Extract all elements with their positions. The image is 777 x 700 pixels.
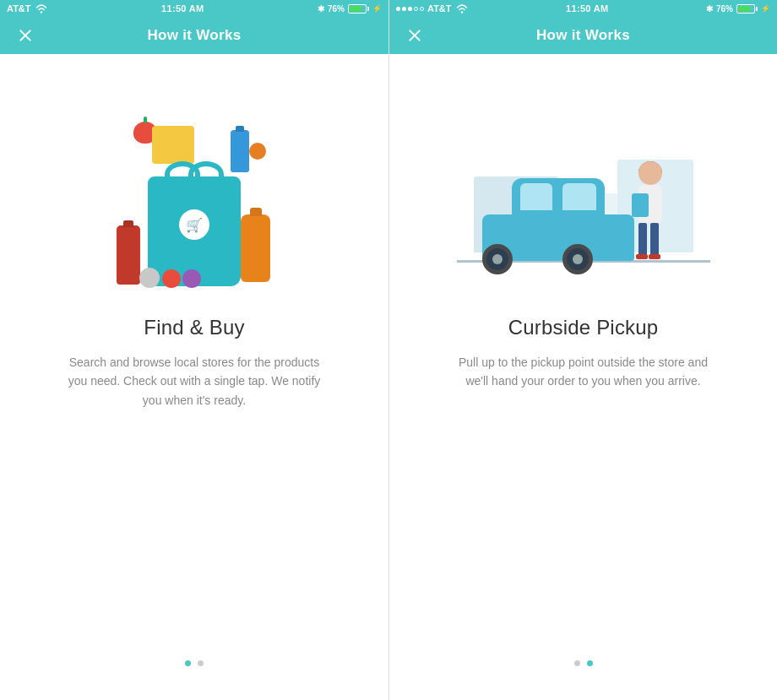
sig-dot-2 [402,7,406,11]
blue-bottle-prop [231,130,249,172]
left-phone-panel: AT&T 11:50 AM ✱ 76% ⚡ How it Works [0,0,388,700]
status-left-left: AT&T [7,3,48,14]
card-description-left: Search and browse local stores for the p… [68,353,321,410]
wifi-icon-right [455,3,469,14]
wheel-rear [482,244,513,274]
right-phone-panel: AT&T 11:50 AM ✱ 76% ⚡ How it Works [388,0,777,700]
card-title-right: Curbside Pickup [508,316,659,339]
nav-title-right: How it Works [536,27,630,44]
person-leg-left [638,223,647,257]
sig-dot-4 [414,7,418,11]
nav-title-left: How it Works [148,27,242,44]
dot-1-right[interactable] [574,660,580,666]
carrier-right: AT&T [427,3,452,14]
sig-dot-5 [420,7,424,11]
person-shoe-right [649,254,660,259]
dot-2-left[interactable] [198,660,204,666]
yellow-box-prop [152,126,194,164]
nav-bar-right: How it Works [389,17,777,54]
person-leg-right [650,223,659,257]
time-right: 11:50 AM [566,3,608,14]
grocery-scene [101,92,287,303]
bluetooth-icon-right: ✱ [706,4,713,14]
grocery-illustration [25,79,363,316]
car-window-front [562,183,596,210]
time-left: 11:50 AM [161,3,204,14]
sig-dot-3 [408,7,412,11]
status-bar-left: AT&T 11:50 AM ✱ 76% ⚡ [0,0,388,17]
charging-bolt-right: ⚡ [761,4,770,13]
can1-prop [139,268,160,288]
car-window-rear [520,183,552,210]
dot-2-right[interactable] [587,660,593,666]
nav-bar-left: How it Works [0,17,388,54]
svg-point-1 [460,11,462,13]
wifi-icon-left [35,3,48,14]
close-button-right[interactable] [403,24,427,47]
signal-dots-right [396,7,424,11]
svg-point-0 [40,11,41,13]
battery-icon-left [348,4,369,14]
status-left-right: AT&T [396,3,469,14]
status-right-right: ✱ 76% ⚡ [706,4,770,14]
status-bar-right: AT&T 11:50 AM ✱ 76% ⚡ [389,0,777,17]
cart-icon [179,209,209,240]
page-dots-right [574,660,593,683]
battery-icon-right [736,4,758,14]
charging-bolt-left: ⚡ [372,4,382,13]
can2-prop [162,269,181,288]
person-head [638,161,662,185]
battery-percent-right: 76% [716,4,733,14]
person [632,161,670,263]
orange-small-prop [249,143,266,160]
person-shoe-left [636,254,648,259]
wheel-front [562,244,593,274]
curbside-illustration [415,79,752,316]
bluetooth-icon-left: ✱ [318,4,324,14]
status-right-left: ✱ 76% ⚡ [318,4,382,14]
orange-bottle-prop [241,214,270,282]
close-button-left[interactable] [14,24,37,47]
page-dots-left [185,660,204,683]
card-title-left: Find & Buy [144,316,244,339]
card-description-right: Pull up to the pickup point outside the … [457,353,710,391]
dot-1-left[interactable] [185,660,191,666]
sig-dot-1 [396,7,400,11]
battery-percent-left: 76% [328,4,345,14]
carrier-left: AT&T [7,3,31,14]
can3-prop [182,269,201,288]
content-right: Curbside Pickup Pull up to the pickup po… [389,54,777,700]
red-bottle-prop [117,225,140,285]
person-bag [632,193,649,217]
content-left: Find & Buy Search and browse local store… [0,54,388,700]
curbside-scene [457,92,710,303]
